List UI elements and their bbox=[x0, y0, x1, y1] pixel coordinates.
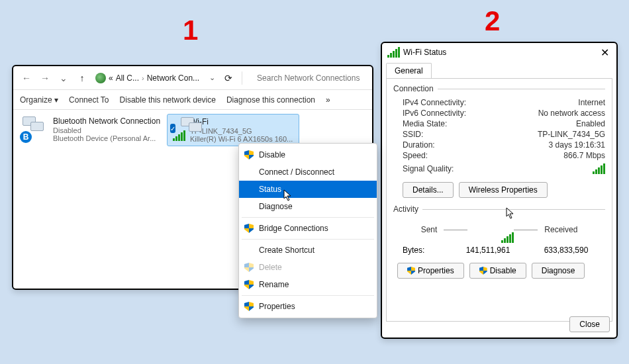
divider bbox=[242, 71, 242, 85]
signal-bars-icon bbox=[387, 47, 400, 58]
connection-title: Wi-Fi bbox=[190, 117, 296, 126]
menu-disable[interactable]: Disable bbox=[239, 146, 377, 163]
connections-area: B Bluetooth Network Connection Disabled … bbox=[13, 110, 372, 289]
menu-separator bbox=[242, 217, 374, 218]
breadcrumb[interactable]: « All C... › Network Con... bbox=[95, 73, 199, 83]
menu-bridge[interactable]: Bridge Connections bbox=[239, 220, 377, 237]
breadcrumb-prefix: « bbox=[109, 73, 113, 83]
connection-wifi[interactable]: ✓ Wi-Fi TP-LINK_7434_5G Killer(R) Wi-Fi … bbox=[167, 114, 299, 146]
row-ipv4: IPv4 Connectivity:Internet bbox=[393, 97, 605, 108]
earth-icon bbox=[95, 73, 106, 83]
signal-bars-icon bbox=[501, 232, 514, 243]
menu-separator bbox=[242, 239, 374, 240]
row-media-state: Media State:Enabled bbox=[393, 118, 605, 129]
shield-icon bbox=[244, 150, 254, 159]
annotation-two: 2 bbox=[485, 5, 500, 37]
shield-icon bbox=[244, 263, 254, 272]
shield-icon bbox=[244, 224, 254, 233]
row-speed: Speed:866.7 Mbps bbox=[393, 150, 605, 161]
network-connections-window: ← → ⌄ ↑ « All C... › Network Con... ⌄ ⟳ … bbox=[12, 65, 373, 290]
cursor-icon bbox=[283, 189, 293, 201]
signal-bars-icon bbox=[593, 163, 605, 174]
activity-icon bbox=[474, 218, 507, 242]
close-button[interactable]: ✕ bbox=[598, 46, 611, 59]
menu-diagnose[interactable]: Diagnose bbox=[239, 198, 377, 215]
activity-diagram: Sent Received bbox=[393, 218, 605, 242]
cursor-icon bbox=[506, 207, 515, 219]
bluetooth-icon: B bbox=[20, 131, 32, 143]
row-signal-quality: Signal Quality: bbox=[393, 161, 605, 178]
menu-create-shortcut[interactable]: Create Shortcut bbox=[239, 242, 377, 259]
organize-menu[interactable]: Organize ▾ bbox=[20, 95, 58, 105]
breadcrumb-seg2[interactable]: Network Con... bbox=[147, 73, 199, 83]
row-ipv6: IPv6 Connectivity:No network access bbox=[393, 108, 605, 118]
group-activity: Activity bbox=[393, 205, 605, 214]
shield-icon bbox=[479, 267, 487, 275]
back-button[interactable]: ← bbox=[19, 70, 34, 86]
context-menu: Disable Connect / Disconnect Status Diag… bbox=[238, 143, 377, 318]
disable-button[interactable]: Disable bbox=[469, 263, 526, 279]
connection-device: Killer(R) Wi-Fi 6 AX1650s 160... bbox=[190, 135, 296, 143]
properties-button[interactable]: Properties bbox=[397, 263, 464, 279]
toolbar: Organize ▾ Connect To Disable this netwo… bbox=[13, 90, 372, 110]
titlebar: Wi-Fi Status ✕ bbox=[382, 43, 616, 62]
forward-button[interactable]: → bbox=[37, 70, 53, 86]
signal-quality-label: Signal Quality: bbox=[403, 164, 454, 173]
connection-title: Bluetooth Network Connection bbox=[53, 116, 160, 126]
recent-button[interactable]: ⌄ bbox=[56, 70, 72, 86]
address-bar: ← → ⌄ ↑ « All C... › Network Con... ⌄ ⟳ bbox=[13, 66, 372, 90]
shield-icon bbox=[244, 280, 254, 289]
group-connection: Connection bbox=[393, 84, 605, 93]
breadcrumb-seg1[interactable]: All C... bbox=[116, 73, 139, 83]
bytes-row: Bytes: 141,511,961 633,833,590 bbox=[393, 244, 605, 256]
tab-general[interactable]: General bbox=[386, 63, 432, 78]
menu-status[interactable]: Status bbox=[239, 181, 377, 198]
bytes-label: Bytes: bbox=[403, 246, 449, 255]
divider bbox=[444, 230, 467, 230]
row-duration: Duration:3 days 19:16:31 bbox=[393, 140, 605, 150]
bytes-received-value: 633,833,590 bbox=[527, 246, 605, 255]
diagnose-connection-button[interactable]: Diagnose this connection bbox=[226, 95, 315, 105]
address-dropdown[interactable]: ⌄ bbox=[206, 73, 218, 82]
search-input[interactable] bbox=[253, 70, 367, 86]
close-button-footer[interactable]: Close bbox=[569, 316, 610, 332]
connection-status: Disabled bbox=[53, 126, 159, 134]
details-button[interactable]: Details... bbox=[403, 182, 454, 198]
connect-to-button[interactable]: Connect To bbox=[69, 95, 109, 105]
sent-label: Sent bbox=[421, 225, 438, 234]
chevron-right-icon: › bbox=[142, 74, 144, 82]
menu-properties[interactable]: Properties bbox=[239, 298, 377, 315]
shield-icon bbox=[407, 267, 415, 275]
divider bbox=[514, 230, 538, 230]
disable-device-button[interactable]: Disable this network device bbox=[120, 95, 216, 105]
received-label: Received bbox=[544, 225, 577, 234]
row-ssid: SSID:TP-LINK_7434_5G bbox=[393, 129, 605, 140]
wifi-adapter-icon bbox=[181, 117, 186, 141]
shield-icon bbox=[244, 302, 254, 311]
menu-separator bbox=[242, 295, 374, 296]
wifi-status-dialog: Wi-Fi Status ✕ General Connection IPv4 C… bbox=[381, 42, 618, 339]
bytes-sent-value: 141,511,961 bbox=[449, 246, 527, 255]
tab-strip: General bbox=[386, 63, 612, 78]
diagnose-button[interactable]: Diagnose bbox=[532, 263, 585, 279]
wireless-properties-button[interactable]: Wireless Properties bbox=[459, 182, 548, 198]
up-button[interactable]: ↑ bbox=[74, 70, 90, 86]
signal-bars-icon bbox=[173, 130, 185, 141]
connection-device: Bluetooth Device (Personal Ar... bbox=[53, 134, 159, 142]
menu-connect-disconnect[interactable]: Connect / Disconnect bbox=[239, 163, 377, 181]
menu-delete: Delete bbox=[239, 259, 377, 276]
bluetooth-adapter-icon: B bbox=[23, 116, 49, 140]
connection-bluetooth[interactable]: B Bluetooth Network Connection Disabled … bbox=[20, 114, 166, 145]
menu-rename[interactable]: Rename bbox=[239, 276, 377, 293]
dialog-title: Wi-Fi Status bbox=[403, 48, 446, 57]
general-pane: Connection IPv4 Connectivity:Internet IP… bbox=[386, 78, 612, 322]
annotation-one: 1 bbox=[183, 15, 198, 46]
connection-ssid: TP-LINK_7434_5G bbox=[190, 127, 296, 135]
toolbar-overflow[interactable]: » bbox=[326, 95, 330, 105]
refresh-button[interactable]: ⟳ bbox=[220, 70, 236, 86]
